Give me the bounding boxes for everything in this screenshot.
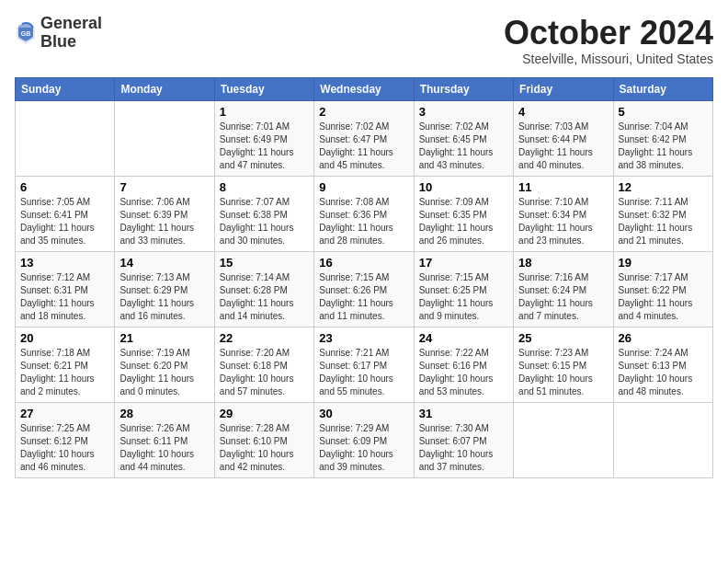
calendar-cell [514, 402, 613, 477]
day-info: Sunrise: 7:29 AMSunset: 6:09 PMDaylight:… [319, 422, 408, 474]
day-info: Sunrise: 7:20 AMSunset: 6:18 PMDaylight:… [220, 347, 309, 398]
svg-text:GB: GB [21, 30, 31, 37]
calendar-cell: 18Sunrise: 7:16 AMSunset: 6:24 PMDayligh… [514, 251, 613, 327]
day-number: 2 [319, 105, 408, 119]
day-number: 9 [319, 180, 408, 194]
calendar-cell: 28Sunrise: 7:26 AMSunset: 6:11 PMDayligh… [115, 402, 214, 477]
day-info: Sunrise: 7:18 AMSunset: 6:21 PMDaylight:… [20, 347, 109, 398]
calendar-cell: 10Sunrise: 7:09 AMSunset: 6:35 PMDayligh… [414, 176, 513, 251]
calendar-cell: 8Sunrise: 7:07 AMSunset: 6:38 PMDaylight… [214, 176, 313, 251]
day-number: 5 [619, 105, 708, 119]
weekday-header: Monday [115, 77, 214, 100]
logo-text: General Blue [40, 15, 102, 52]
day-info: Sunrise: 7:16 AMSunset: 6:24 PMDaylight:… [518, 271, 608, 323]
day-info: Sunrise: 7:06 AMSunset: 6:39 PMDaylight:… [119, 196, 209, 247]
calendar-week-row: 20Sunrise: 7:18 AMSunset: 6:21 PMDayligh… [16, 327, 713, 402]
calendar-cell: 29Sunrise: 7:28 AMSunset: 6:10 PMDayligh… [214, 402, 313, 477]
day-number: 8 [220, 180, 309, 194]
weekday-header: Wednesday [314, 77, 414, 100]
calendar-cell: 25Sunrise: 7:23 AMSunset: 6:15 PMDayligh… [514, 327, 613, 402]
day-info: Sunrise: 7:30 AMSunset: 6:07 PMDaylight:… [419, 422, 508, 474]
title-block: October 2024 Steelville, Missouri, Unite… [504, 15, 713, 66]
day-info: Sunrise: 7:23 AMSunset: 6:15 PMDaylight:… [518, 347, 608, 398]
weekday-header: Friday [514, 77, 613, 100]
logo: GB General Blue [15, 15, 102, 52]
day-info: Sunrise: 7:02 AMSunset: 6:45 PMDaylight:… [419, 121, 508, 172]
day-number: 31 [419, 407, 508, 420]
day-info: Sunrise: 7:26 AMSunset: 6:11 PMDaylight:… [119, 422, 209, 474]
day-info: Sunrise: 7:17 AMSunset: 6:22 PMDaylight:… [619, 271, 708, 323]
day-number: 27 [20, 407, 109, 420]
day-number: 30 [319, 407, 408, 420]
calendar-cell: 5Sunrise: 7:04 AMSunset: 6:42 PMDaylight… [613, 100, 712, 176]
day-number: 7 [119, 180, 209, 194]
calendar-table: SundayMondayTuesdayWednesdayThursdayFrid… [15, 77, 713, 478]
day-number: 10 [419, 180, 508, 194]
day-number: 24 [419, 331, 508, 345]
day-number: 16 [319, 256, 408, 270]
calendar-cell: 3Sunrise: 7:02 AMSunset: 6:45 PMDaylight… [414, 100, 513, 176]
calendar-week-row: 6Sunrise: 7:05 AMSunset: 6:41 PMDaylight… [16, 176, 713, 251]
calendar-week-row: 27Sunrise: 7:25 AMSunset: 6:12 PMDayligh… [16, 402, 713, 477]
calendar-week-row: 13Sunrise: 7:12 AMSunset: 6:31 PMDayligh… [16, 251, 713, 327]
calendar-cell: 14Sunrise: 7:13 AMSunset: 6:29 PMDayligh… [115, 251, 214, 327]
day-number: 18 [518, 256, 608, 270]
weekday-header: Tuesday [214, 77, 313, 100]
day-number: 26 [619, 331, 708, 345]
weekday-header-row: SundayMondayTuesdayWednesdayThursdayFrid… [16, 77, 713, 100]
day-number: 23 [319, 331, 408, 345]
calendar-cell: 9Sunrise: 7:08 AMSunset: 6:36 PMDaylight… [314, 176, 414, 251]
calendar-cell: 17Sunrise: 7:15 AMSunset: 6:25 PMDayligh… [414, 251, 513, 327]
calendar-cell: 13Sunrise: 7:12 AMSunset: 6:31 PMDayligh… [16, 251, 115, 327]
day-number: 1 [220, 105, 309, 119]
day-number: 11 [518, 180, 608, 194]
day-info: Sunrise: 7:15 AMSunset: 6:25 PMDaylight:… [419, 271, 508, 323]
calendar-cell: 7Sunrise: 7:06 AMSunset: 6:39 PMDaylight… [115, 176, 214, 251]
day-info: Sunrise: 7:21 AMSunset: 6:17 PMDaylight:… [319, 347, 408, 398]
weekday-header: Saturday [613, 77, 712, 100]
calendar-cell: 1Sunrise: 7:01 AMSunset: 6:49 PMDaylight… [214, 100, 313, 176]
day-info: Sunrise: 7:04 AMSunset: 6:42 PMDaylight:… [619, 121, 708, 172]
day-number: 4 [518, 105, 608, 119]
day-info: Sunrise: 7:03 AMSunset: 6:44 PMDaylight:… [518, 121, 608, 172]
day-info: Sunrise: 7:15 AMSunset: 6:26 PMDaylight:… [319, 271, 408, 323]
calendar-cell: 22Sunrise: 7:20 AMSunset: 6:18 PMDayligh… [214, 327, 313, 402]
day-info: Sunrise: 7:19 AMSunset: 6:20 PMDaylight:… [119, 347, 209, 398]
calendar-cell: 12Sunrise: 7:11 AMSunset: 6:32 PMDayligh… [613, 176, 712, 251]
weekday-header: Sunday [16, 77, 115, 100]
calendar-cell: 27Sunrise: 7:25 AMSunset: 6:12 PMDayligh… [16, 402, 115, 477]
day-number: 22 [220, 331, 309, 345]
day-info: Sunrise: 7:11 AMSunset: 6:32 PMDaylight:… [619, 196, 708, 247]
day-number: 3 [419, 105, 508, 119]
calendar-week-row: 1Sunrise: 7:01 AMSunset: 6:49 PMDaylight… [16, 100, 713, 176]
location: Steelville, Missouri, United States [504, 52, 713, 66]
weekday-header: Thursday [414, 77, 513, 100]
month-title: October 2024 [504, 15, 713, 52]
day-number: 21 [119, 331, 209, 345]
calendar-cell: 20Sunrise: 7:18 AMSunset: 6:21 PMDayligh… [16, 327, 115, 402]
calendar-cell: 6Sunrise: 7:05 AMSunset: 6:41 PMDaylight… [16, 176, 115, 251]
day-number: 12 [619, 180, 708, 194]
logo-icon: GB [15, 20, 37, 46]
day-info: Sunrise: 7:09 AMSunset: 6:35 PMDaylight:… [419, 196, 508, 247]
day-info: Sunrise: 7:14 AMSunset: 6:28 PMDaylight:… [220, 271, 309, 323]
day-info: Sunrise: 7:01 AMSunset: 6:49 PMDaylight:… [220, 121, 309, 172]
day-number: 20 [20, 331, 109, 345]
day-number: 28 [119, 407, 209, 420]
calendar-cell: 24Sunrise: 7:22 AMSunset: 6:16 PMDayligh… [414, 327, 513, 402]
day-number: 14 [119, 256, 209, 270]
day-info: Sunrise: 7:24 AMSunset: 6:13 PMDaylight:… [619, 347, 708, 398]
day-number: 15 [220, 256, 309, 270]
calendar-cell: 4Sunrise: 7:03 AMSunset: 6:44 PMDaylight… [514, 100, 613, 176]
day-number: 6 [20, 180, 109, 194]
day-number: 17 [419, 256, 508, 270]
day-info: Sunrise: 7:28 AMSunset: 6:10 PMDaylight:… [220, 422, 309, 474]
day-info: Sunrise: 7:10 AMSunset: 6:34 PMDaylight:… [518, 196, 608, 247]
calendar-cell: 30Sunrise: 7:29 AMSunset: 6:09 PMDayligh… [314, 402, 414, 477]
calendar-cell: 16Sunrise: 7:15 AMSunset: 6:26 PMDayligh… [314, 251, 414, 327]
calendar-cell: 31Sunrise: 7:30 AMSunset: 6:07 PMDayligh… [414, 402, 513, 477]
calendar-cell: 11Sunrise: 7:10 AMSunset: 6:34 PMDayligh… [514, 176, 613, 251]
day-info: Sunrise: 7:25 AMSunset: 6:12 PMDaylight:… [20, 422, 109, 474]
day-number: 29 [220, 407, 309, 420]
day-info: Sunrise: 7:07 AMSunset: 6:38 PMDaylight:… [220, 196, 309, 247]
